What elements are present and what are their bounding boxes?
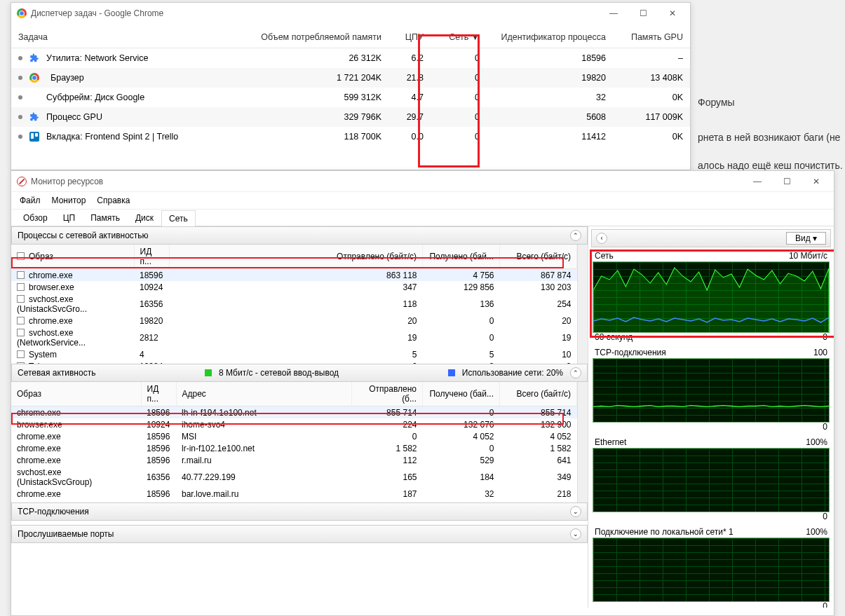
table-row[interactable]: chrome.exe18596lh-in-f194.1e100.net 855 … [11,406,577,419]
col-cpu[interactable]: ЦПУ [388,24,431,48]
chevron-down-icon[interactable]: ⌄ [570,506,581,517]
chrome-titlebar[interactable]: Диспетчер задач - Google Chrome — ☐ ✕ [11,3,690,24]
table-row[interactable]: chrome.exe18596is-radar12.common.radar.i… [11,500,577,502]
chrome-icon [17,8,27,18]
col-total[interactable]: Всего (байт/с) [500,382,577,406]
checkbox[interactable] [17,362,25,364]
table-row[interactable]: browser.exe10924ihome-svo4 224132 676132… [11,418,577,430]
table-row[interactable]: Вкладка: Frontend Spint 2 | Trello 118 7… [11,127,690,146]
col-image[interactable]: Образ [11,245,134,269]
tab-cpu[interactable]: ЦП [55,210,83,226]
table-row[interactable]: System 45510 [11,348,577,360]
cell-gpu: 117 009K [613,107,690,127]
tcp-header[interactable]: TCP-подключения ⌄ [11,502,588,521]
table-row[interactable]: Процесс GPU 329 796K 29.7 0 5608 117 009… [11,107,690,127]
chevron-right-icon[interactable]: › [596,233,607,244]
cell-pid: 11412 [487,127,613,146]
legend-green-icon [205,369,212,376]
menu-monitor[interactable]: Монитор [48,193,90,207]
table-row[interactable]: Субфрейм: Диск Google 599 312K 4.7 0 32 … [11,88,690,107]
legend-blue-icon [448,369,455,376]
table-row[interactable]: chrome.exe18596bar.love.mail.ru 18732218 [11,488,577,500]
graph-min: 0 [823,332,827,342]
activity-table: Образ ИД п... Адрес Отправлено (б... Пол… [11,382,577,502]
col-recv[interactable]: Получено (бай... [423,382,500,406]
cell-gpu: – [613,48,690,69]
table-row[interactable]: Telegram.exe 19924639 [11,360,577,364]
col-net[interactable]: Сеть ▼ [431,24,487,48]
cell-cpu: 21.8 [388,68,431,88]
col-recv[interactable]: Получено (бай... [423,245,500,269]
tab-mem[interactable]: Память [83,210,128,226]
chevron-down-icon[interactable]: ⌄ [570,528,581,540]
ports-header[interactable]: Прослушиваемые порты ⌄ [11,525,588,543]
scrollbar[interactable] [577,382,588,502]
cell-net: 0 [431,88,487,107]
minimize-button[interactable]: — [599,4,628,22]
checkbox-all[interactable] [17,252,25,260]
table-row[interactable]: svchost.exe (UnistackSvcGroup)1635640.77… [11,466,577,488]
cell-gpu: 0K [613,127,690,146]
graph-max: 100 [813,348,827,357]
task-name: Утилита: Network Service [46,53,148,63]
col-sent[interactable]: Отправлено (б... [351,382,423,406]
col-pid[interactable]: Идентификатор процесса [487,24,613,48]
cell-cpu: 4.7 [388,88,431,107]
checkbox[interactable] [17,295,25,303]
section-title: Прослушиваемые порты [18,529,114,539]
table-row[interactable]: chrome.exe18596lr-in-f102.1e100.net 1 58… [11,442,577,454]
cell-cpu: 6.2 [388,48,431,69]
cell-pid: 5608 [487,107,613,127]
tab-net[interactable]: Сеть [161,210,196,226]
view-select[interactable]: Вид ▾ [786,232,826,245]
cell-mem: 26 312K [243,48,388,69]
close-button[interactable]: ✕ [658,4,687,22]
section-title: Процессы с сетевой активностью [18,231,149,240]
col-addr[interactable]: Адрес [176,382,351,406]
activity-header[interactable]: Сетевая активность 8 Мбит/с - сетевой вв… [11,364,588,382]
chevron-up-icon[interactable]: ⌃ [570,230,581,241]
table-row[interactable]: chrome.exe18596MSI 04 0524 052 [11,430,577,442]
checkbox[interactable] [17,271,25,279]
table-row[interactable]: chrome.exe 1982020020 [11,315,577,327]
col-pid[interactable]: ИД п... [141,382,176,406]
right-panel-header: › Вид ▾ [591,229,831,247]
graph-title: Ethernet [595,437,626,447]
bg-text: алось надо ещё кеш почистить. [698,160,843,171]
table-row[interactable]: svchost.exe (UnistackSvcGro... 163561181… [11,293,577,315]
checkbox[interactable] [17,283,25,291]
col-total[interactable]: Всего (байт/с) [500,245,577,269]
col-pid[interactable]: ИД п... [134,245,169,269]
graph-lan: Подключение по локальной сети* 1 100% 0 [593,538,830,602]
scrollbar[interactable] [577,245,588,364]
maximize-button[interactable]: ☐ [628,4,658,22]
maximize-button[interactable]: ☐ [772,172,802,191]
checkbox[interactable] [17,317,25,324]
col-sent[interactable]: Отправлено (байт/с) [169,245,423,269]
graph-max: 100% [806,437,827,447]
resmon-icon [17,177,27,186]
checkbox[interactable] [17,329,25,336]
table-row[interactable]: chrome.exe 18596863 1184 756867 874 [11,269,577,282]
col-mem[interactable]: Объем потребляемой памяти [243,24,388,48]
table-row[interactable]: Браузер 1 721 204K 21.8 0 19820 13 408K [11,68,690,88]
col-gpu[interactable]: Память GPU [613,24,690,48]
resmon-titlebar[interactable]: Монитор ресурсов — ☐ ✕ [11,171,834,192]
checkbox[interactable] [17,350,25,358]
table-row[interactable]: browser.exe 10924347129 856130 203 [11,281,577,293]
table-row[interactable]: svchost.exe (NetworkService... 281219019 [11,327,577,348]
tab-disk[interactable]: Диск [128,210,161,226]
col-task[interactable]: Задача [11,24,243,48]
col-image[interactable]: Образ [11,382,141,406]
bg-text: Форумы [698,97,735,108]
minimize-button[interactable]: — [743,172,772,191]
tab-overview[interactable]: Обзор [15,210,55,226]
close-button[interactable]: ✕ [802,172,831,191]
resource-monitor-window: Монитор ресурсов — ☐ ✕ Файл Монитор Спра… [11,170,834,616]
processes-header[interactable]: Процессы с сетевой активностью ⌃ [11,226,588,245]
menu-help[interactable]: Справка [93,193,134,207]
menu-file[interactable]: Файл [15,193,45,207]
chevron-up-icon[interactable]: ⌃ [570,367,581,378]
table-row[interactable]: chrome.exe18596r.mail.ru 112529641 [11,454,577,466]
table-row[interactable]: Утилита: Network Service 26 312K 6.2 0 1… [11,48,690,69]
